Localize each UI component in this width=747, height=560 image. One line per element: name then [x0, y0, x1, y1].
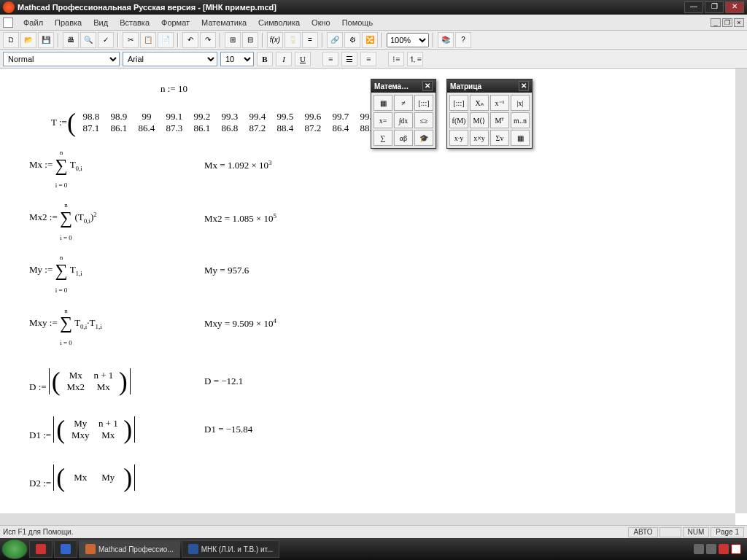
style-select[interactable]: Normal [3, 52, 120, 66]
status-page: Page 1 [711, 527, 744, 537]
menu-help[interactable]: Помощь [336, 17, 379, 28]
align-center-button[interactable]: ☰ [341, 52, 357, 66]
close-button[interactable]: ✕ [725, 1, 744, 13]
align-right-button[interactable]: ≡ [360, 52, 376, 66]
italic-button[interactable]: I [276, 52, 292, 66]
palette-button[interactable]: [:::] [414, 95, 433, 111]
preview-button[interactable]: 🔍 [80, 32, 96, 48]
tray-lang-icon[interactable] [731, 544, 741, 554]
palette-button[interactable]: x·y [449, 130, 468, 146]
palette-button[interactable]: ∫dx [394, 112, 413, 128]
palette-button[interactable]: 🎓 [414, 130, 433, 146]
palette-button[interactable]: m..n [511, 112, 530, 128]
menu-window[interactable]: Окно [306, 17, 336, 28]
matrix-palette[interactable]: Матрица✕ [:::]Xₙx⁻¹|x|f(M)M⟨⟩Mᵀm..nx·yx×… [446, 79, 533, 149]
palette-button[interactable]: f(M) [449, 112, 468, 128]
tray-icon[interactable] [706, 544, 716, 554]
palette-button[interactable]: Σv [490, 130, 509, 146]
copy-button[interactable]: 📋 [140, 32, 156, 48]
redo-button[interactable]: ↷ [200, 32, 216, 48]
palette-button[interactable]: αβ [394, 130, 413, 146]
menu-file[interactable]: Файл [18, 17, 49, 28]
paste-button[interactable]: 📄 [158, 32, 174, 48]
scroll-vertical[interactable] [735, 69, 747, 513]
palette-button[interactable]: ≠ [394, 95, 413, 111]
undo-button[interactable]: ↶ [182, 32, 198, 48]
format-toolbar: Normal Arial 10 B I U ≡ ☰ ≡ ⁝≡ ⒈≡ [0, 50, 747, 69]
spellcheck-button[interactable]: ✓ [98, 32, 114, 48]
statusbar: Исп F1 для Помощи. АВТО NUM Page 1 [0, 525, 747, 538]
palette-button[interactable]: M⟨⟩ [470, 112, 489, 128]
units-button[interactable]: 🥛 [285, 32, 301, 48]
component3-button[interactable]: 🔀 [362, 32, 378, 48]
palette-button[interactable]: x⁻¹ [490, 95, 509, 111]
task-word[interactable]: МНК (Л.И. и Т.В.) ит... [182, 540, 280, 558]
palette-button[interactable]: ≤≥ [414, 112, 433, 128]
tray-icon[interactable] [694, 544, 704, 554]
calc-button[interactable]: = [302, 32, 318, 48]
cut-button[interactable]: ✂ [123, 32, 139, 48]
function-button[interactable]: f(x) [267, 32, 283, 48]
palette-button[interactable]: |x| [511, 95, 530, 111]
taskbar: Mathcad Профессио... МНК (Л.И. и Т.В.) и… [0, 538, 747, 560]
bold-button[interactable]: B [257, 52, 273, 66]
quick-launch-2[interactable] [54, 540, 77, 558]
numbering-button[interactable]: ⒈≡ [407, 52, 423, 66]
menu-edit[interactable]: Правка [49, 17, 88, 28]
status-num: NUM [683, 527, 710, 537]
resource-button[interactable]: 📚 [438, 32, 454, 48]
palette-button[interactable]: x= [374, 112, 392, 128]
tray-icon[interactable] [719, 544, 729, 554]
math-palette[interactable]: Матема…✕ ▦≠[:::]x=∫dx≤≥∑αβ🎓 [371, 79, 436, 149]
palette-button[interactable]: ∑ [374, 130, 392, 146]
maximize-button[interactable]: ❐ [705, 1, 724, 13]
eq-D1[interactable]: D1 := ( Myn + 1 MxyMx ) D1 = −15.84 [29, 416, 718, 443]
component2-button[interactable]: ⚙ [344, 32, 360, 48]
matrix-palette-close[interactable]: ✕ [519, 81, 529, 91]
quick-launch-1[interactable] [29, 540, 53, 558]
eq-Mx[interactable]: Mx := n ∑ i = 0 T0,i Mx = 1.092 × 103 [29, 143, 718, 188]
status-auto: АВТО [628, 527, 657, 537]
start-button[interactable] [1, 539, 28, 559]
mdi-minimize[interactable]: _ [711, 18, 721, 27]
menu-symbolic[interactable]: Символика [252, 17, 306, 28]
titlebar: Mathcad Профессиональная Русская версия … [0, 0, 747, 15]
system-tray[interactable] [689, 544, 746, 554]
eq-n[interactable]: n := 10 [160, 83, 718, 95]
align-left-button[interactable]: ≡ [322, 52, 338, 66]
eq-Mx2[interactable]: Mx2 := n ∑ i = 0 (T0,i)2 Mx2 = 1.085 × 1… [29, 195, 718, 241]
eq-D2[interactable]: D2 := ( MxMy ) [29, 464, 718, 491]
eq-D[interactable]: D := ( Mxn + 1 Mx2Mx ) D = −12.1 [29, 368, 718, 394]
palette-button[interactable]: ▦ [374, 95, 392, 111]
zoom-select[interactable]: 100% [387, 33, 429, 47]
align2-button[interactable]: ⊟ [242, 32, 258, 48]
eq-My[interactable]: My := n ∑ i = 0 T1,i My = 957.6 [29, 248, 718, 293]
menu-format[interactable]: Формат [155, 17, 196, 28]
palette-button[interactable]: x×y [470, 130, 489, 146]
eq-Mxy[interactable]: Mxy := n ∑ i = 0 T0,i·T1,i Mxy = 9.509 ×… [29, 301, 718, 346]
new-button[interactable]: 🗋 [3, 32, 19, 48]
align-button[interactable]: ⊞ [225, 32, 241, 48]
underline-button[interactable]: U [295, 52, 311, 66]
palette-button[interactable]: Xₙ [470, 95, 489, 111]
task-mathcad[interactable]: Mathcad Профессио... [79, 540, 180, 558]
palette-button[interactable]: ▦ [511, 130, 530, 146]
menu-insert[interactable]: Вставка [114, 17, 155, 28]
menu-math[interactable]: Математика [196, 17, 252, 28]
component1-button[interactable]: 🔗 [327, 32, 343, 48]
size-select[interactable]: 10 [220, 52, 254, 66]
palette-button[interactable]: Mᵀ [490, 112, 509, 128]
mdi-restore[interactable]: ❐ [722, 18, 732, 27]
scroll-horizontal[interactable] [0, 513, 735, 525]
help-button[interactable]: ? [455, 32, 471, 48]
math-palette-close[interactable]: ✕ [422, 81, 433, 91]
bullets-button[interactable]: ⁝≡ [388, 52, 404, 66]
open-button[interactable]: 📂 [20, 32, 36, 48]
font-select[interactable]: Arial [123, 52, 217, 66]
palette-button[interactable]: [:::] [449, 95, 468, 111]
save-button[interactable]: 💾 [38, 32, 54, 48]
menu-view[interactable]: Вид [88, 17, 114, 28]
print-button[interactable]: 🖶 [63, 32, 79, 48]
mdi-close[interactable]: × [734, 18, 744, 27]
minimize-button[interactable]: — [684, 1, 703, 13]
